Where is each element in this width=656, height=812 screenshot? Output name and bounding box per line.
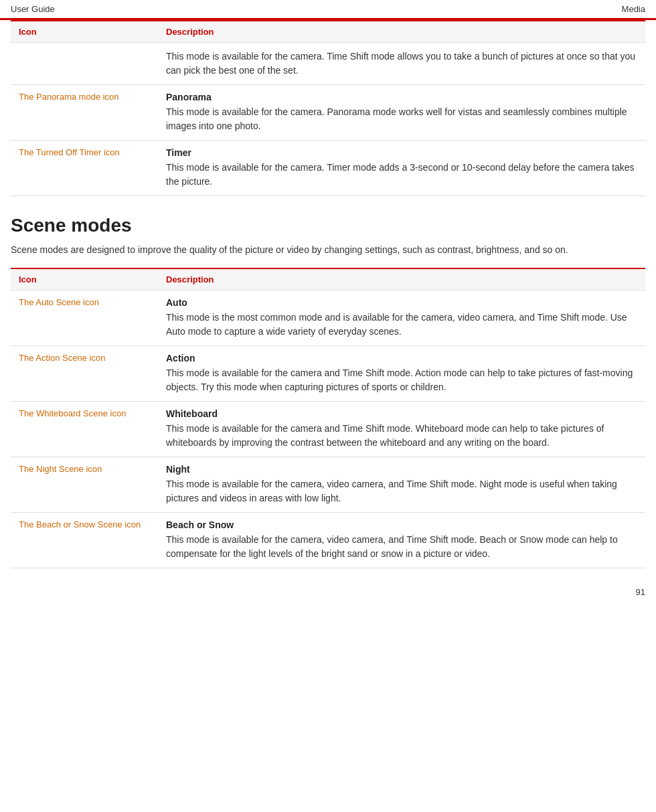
scene-desc-cell: AutoThis mode is the most common mode an… — [158, 291, 645, 346]
header-left: User Guide — [11, 4, 55, 14]
top-table-desc-cell: TimerThis mode is available for the came… — [158, 141, 645, 196]
top-table-icon-cell: The Turned Off Timer icon — [11, 141, 158, 196]
scene-mode-label: Night — [166, 464, 637, 475]
scene-table: Icon Description The Auto Scene iconAuto… — [11, 268, 645, 568]
scene-icon-cell: The Action Scene icon — [11, 346, 158, 402]
top-table-desc-cell: This mode is available for the camera. T… — [158, 43, 645, 85]
scene-mode-desc: This mode is available for the camera, v… — [166, 534, 618, 559]
top-table-row: This mode is available for the camera. T… — [11, 43, 645, 85]
page-footer: 91 — [0, 582, 656, 602]
scene-desc-cell: NightThis mode is available for the came… — [158, 457, 645, 513]
top-table-col-description: Description — [158, 21, 645, 43]
scene-desc-cell: ActionThis mode is available for the cam… — [158, 346, 645, 402]
scene-icon-cell: The Whiteboard Scene icon — [11, 402, 158, 457]
top-table: Icon Description This mode is available … — [11, 20, 645, 196]
page-header: User Guide Media — [0, 0, 656, 18]
top-table-row: The Turned Off Timer iconTimerThis mode … — [11, 141, 645, 196]
scene-table-row: The Whiteboard Scene iconWhiteboardThis … — [11, 402, 645, 457]
scene-table-row: The Auto Scene iconAutoThis mode is the … — [11, 291, 645, 346]
top-table-col-icon: Icon — [11, 21, 158, 43]
scene-table-col-description: Description — [158, 268, 645, 291]
scene-table-col-icon: Icon — [11, 268, 158, 291]
top-table-icon-cell — [11, 43, 158, 85]
scene-mode-desc: This mode is available for the camera an… — [166, 368, 633, 392]
top-table-icon-cell: The Panorama mode icon — [11, 85, 158, 141]
scene-mode-desc: This mode is available for the camera an… — [166, 423, 604, 448]
mode-label: Timer — [166, 147, 637, 158]
header-right: Media — [622, 4, 645, 14]
scene-mode-desc: This mode is the most common mode and is… — [166, 312, 627, 337]
top-table-row: The Panorama mode iconPanoramaThis mode … — [11, 85, 645, 141]
mode-label: Panorama — [166, 92, 637, 102]
scene-table-row: The Beach or Snow Scene iconBeach or Sno… — [11, 513, 645, 568]
mode-desc: This mode is available for the camera. T… — [166, 162, 635, 187]
scene-modes-intro: Scene modes are designed to improve the … — [11, 243, 645, 257]
scene-icon-cell: The Beach or Snow Scene icon — [11, 513, 158, 568]
scene-mode-label: Auto — [166, 297, 637, 308]
page-number: 91 — [636, 587, 645, 597]
scene-desc-cell: Beach or SnowThis mode is available for … — [158, 513, 645, 568]
scene-table-row: The Night Scene iconNightThis mode is av… — [11, 457, 645, 513]
scene-mode-label: Beach or Snow — [166, 519, 637, 530]
main-content: Icon Description This mode is available … — [0, 20, 656, 582]
scene-desc-cell: WhiteboardThis mode is available for the… — [158, 402, 645, 457]
scene-table-row: The Action Scene iconActionThis mode is … — [11, 346, 645, 402]
scene-icon-cell: The Auto Scene icon — [11, 291, 158, 346]
top-table-header-row: Icon Description — [11, 21, 645, 43]
scene-table-header-row: Icon Description — [11, 268, 645, 291]
scene-mode-label: Whiteboard — [166, 408, 637, 419]
scene-icon-cell: The Night Scene icon — [11, 457, 158, 513]
scene-mode-desc: This mode is available for the camera, v… — [166, 479, 617, 503]
mode-desc: This mode is available for the camera. P… — [166, 106, 627, 131]
scene-modes-heading: Scene modes — [11, 215, 645, 236]
top-table-desc-cell: PanoramaThis mode is available for the c… — [158, 85, 645, 141]
mode-desc: This mode is available for the camera. T… — [166, 51, 635, 76]
scene-mode-label: Action — [166, 353, 637, 363]
